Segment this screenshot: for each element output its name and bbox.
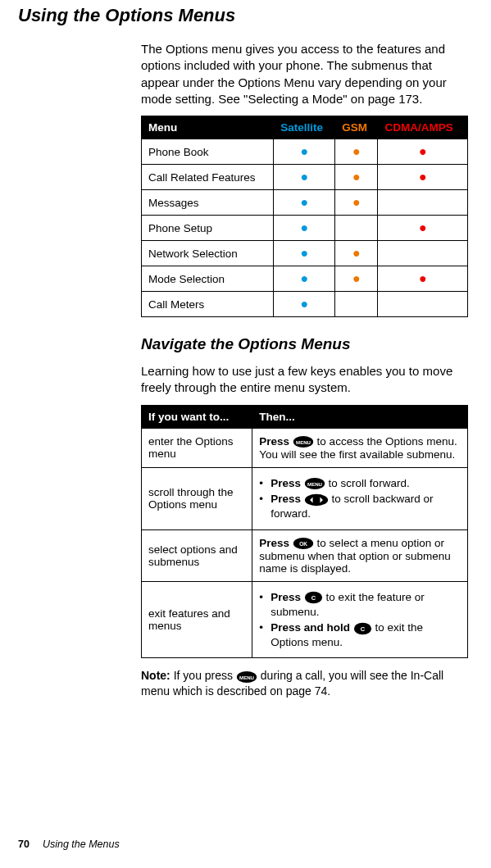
table-row: Phone Setup●● xyxy=(142,216,468,241)
menu-label: Call Related Features xyxy=(142,165,274,190)
gsm-cell xyxy=(335,292,378,317)
gsm-cell: ● xyxy=(335,241,378,266)
sat-cell: ● xyxy=(274,139,335,165)
cdma-cell: ● xyxy=(378,165,468,190)
table-row: Mode Selection●●● xyxy=(142,266,468,292)
sat-cell: ● xyxy=(274,165,335,190)
dot-icon: ● xyxy=(352,271,361,285)
ok-key-icon xyxy=(293,537,314,550)
sat-cell: ● xyxy=(274,216,335,241)
dot-icon: ● xyxy=(300,195,308,209)
navigate-paragraph: Learning how to use just a few keys enab… xyxy=(141,363,468,397)
dot-icon: ● xyxy=(300,297,308,311)
gsm-cell: ● xyxy=(335,139,378,165)
sat-cell: ● xyxy=(274,190,335,216)
col-cdma: CDMA/AMPS xyxy=(378,116,468,139)
cdma-cell: ● xyxy=(378,266,468,292)
c-key-icon xyxy=(353,622,372,635)
dot-icon: ● xyxy=(352,144,361,158)
if-cell: scroll through the Options menu xyxy=(142,467,252,529)
table-row: Call Meters● xyxy=(142,292,468,317)
table-row: exit features and menus Press to exit th… xyxy=(142,582,468,658)
menu-key-icon xyxy=(304,477,325,490)
cdma-cell xyxy=(378,190,468,216)
col-then: Then... xyxy=(252,405,468,428)
menu-key-icon xyxy=(293,435,314,448)
dot-icon: ● xyxy=(352,195,361,209)
menu-label: Call Meters xyxy=(142,292,274,317)
col-satellite: Satellite xyxy=(274,116,335,139)
if-cell: enter the Options menu xyxy=(142,428,252,467)
then-cell: Press to select a menu option or submenu… xyxy=(252,529,468,581)
menu-label: Network Selection xyxy=(142,241,274,266)
table-row: enter the Options menu Press to access t… xyxy=(142,428,468,467)
page-title: Using the Options Menus xyxy=(18,5,468,26)
then-cell: Press to scroll forward. Press to scroll… xyxy=(252,467,468,529)
sat-cell: ● xyxy=(274,266,335,292)
menu-key-icon xyxy=(236,670,257,684)
cdma-cell xyxy=(378,292,468,317)
menu-label: Mode Selection xyxy=(142,266,274,292)
menu-label: Messages xyxy=(142,190,274,216)
dot-icon: ● xyxy=(419,170,427,184)
table-row: Messages●● xyxy=(142,190,468,216)
sat-cell: ● xyxy=(274,292,335,317)
table-row: Phone Book●●● xyxy=(142,139,468,165)
cdma-cell: ● xyxy=(378,216,468,241)
table-row: scroll through the Options menu Press to… xyxy=(142,467,468,529)
modes-table: Menu Satellite GSM CDMA/AMPS Phone Book●… xyxy=(141,116,468,317)
cdma-cell xyxy=(378,241,468,266)
dot-icon: ● xyxy=(300,170,308,184)
dot-icon: ● xyxy=(419,144,427,158)
scroll-key-icon xyxy=(304,493,329,507)
footer-label: Using the Menus xyxy=(43,838,120,850)
col-gsm: GSM xyxy=(335,116,378,139)
dot-icon: ● xyxy=(300,246,308,260)
dot-icon: ● xyxy=(352,170,361,184)
then-cell: Press to exit the feature or submenu. Pr… xyxy=(252,582,468,658)
dot-icon: ● xyxy=(419,271,427,285)
menu-label: Phone Setup xyxy=(142,216,274,241)
table-row: Network Selection●● xyxy=(142,241,468,266)
dot-icon: ● xyxy=(300,220,308,234)
table-row: Call Related Features●●● xyxy=(142,165,468,190)
page-footer: 70Using the Menus xyxy=(18,838,120,850)
then-cell: Press to access the Options menu. You wi… xyxy=(252,428,468,467)
c-key-icon xyxy=(304,591,323,604)
cdma-cell: ● xyxy=(378,139,468,165)
sat-cell: ● xyxy=(274,241,335,266)
if-cell: select options and submenus xyxy=(142,529,252,581)
navigate-heading: Navigate the Options Menus xyxy=(141,335,468,353)
col-menu: Menu xyxy=(142,116,274,139)
gsm-cell: ● xyxy=(335,190,378,216)
keys-table: If you want to... Then... enter the Opti… xyxy=(141,405,468,659)
dot-icon: ● xyxy=(300,271,308,285)
gsm-cell: ● xyxy=(335,165,378,190)
dot-icon: ● xyxy=(352,246,361,260)
if-cell: exit features and menus xyxy=(142,582,252,658)
col-if: If you want to... xyxy=(142,405,252,428)
note-paragraph: Note: If you press during a call, you wi… xyxy=(141,668,468,699)
table-row: select options and submenus Press to sel… xyxy=(142,529,468,581)
dot-icon: ● xyxy=(300,144,308,158)
gsm-cell: ● xyxy=(335,266,378,292)
intro-paragraph: The Options menu gives you access to the… xyxy=(141,41,468,107)
menu-label: Phone Book xyxy=(142,139,274,165)
page-number: 70 xyxy=(18,838,30,850)
dot-icon: ● xyxy=(419,220,427,234)
gsm-cell xyxy=(335,216,378,241)
